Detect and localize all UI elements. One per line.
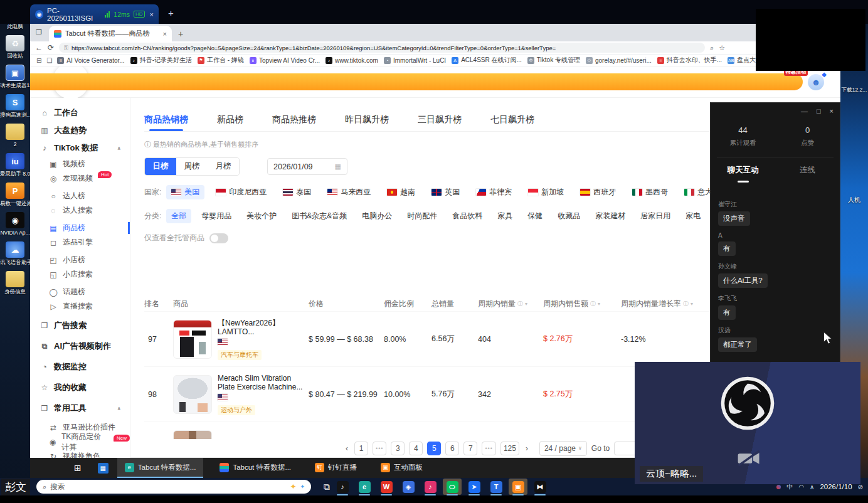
category-filter[interactable]: 家电 xyxy=(680,209,706,223)
desktop-icon[interactable]: P 易数一键还原 xyxy=(0,183,30,206)
page-button[interactable]: 125 xyxy=(500,442,519,455)
page-size-select[interactable]: 24 / page∨ xyxy=(539,441,587,456)
taskbar-app[interactable]: ⬭ xyxy=(443,479,462,495)
taskbar-app[interactable]: e xyxy=(355,479,374,495)
table-header-cell[interactable]: 总销量 xyxy=(431,299,478,309)
country-filter[interactable]: 马来西亚 xyxy=(322,185,376,199)
category-filter[interactable]: 时尚配件 xyxy=(402,209,442,223)
taskbar-app[interactable]: ➤ xyxy=(465,479,484,495)
country-filter[interactable]: 越南 xyxy=(382,185,420,199)
remote-session-tab[interactable]: ◉ PC-20250113ISGI 12ms HD × xyxy=(30,4,159,24)
table-header-cell[interactable]: 周期内销量增长率 ⓘ ▾ xyxy=(621,299,709,309)
desktop-icon[interactable]: S 搜狗高速浏... xyxy=(0,94,30,118)
bookmark-item[interactable]: II AI Voice Generator... xyxy=(57,57,124,64)
page-button[interactable]: 5 xyxy=(427,442,441,455)
category-filter[interactable]: 全部 xyxy=(166,209,191,223)
sort-caret-icon[interactable]: ▾ xyxy=(691,301,693,307)
prev-page-icon[interactable]: ‹ xyxy=(346,444,348,453)
new-session-icon[interactable]: + xyxy=(168,8,174,18)
wifi-icon[interactable]: ◠ xyxy=(798,484,804,490)
copilot-sparkle-icon[interactable]: ✦ xyxy=(290,482,296,491)
address-bar[interactable]: ⚿ https://www.tabcut.com/zh-CN/ranking/g… xyxy=(59,43,705,53)
page-button[interactable]: 4 xyxy=(409,442,423,455)
chat-tab[interactable]: 聊天互动 xyxy=(711,165,775,183)
sidebar-item[interactable]: ▣ 视频榜 xyxy=(30,157,130,171)
category-filter[interactable]: 居家日用 xyxy=(635,209,675,223)
category-filter[interactable]: 母婴用品 xyxy=(196,209,236,223)
sidebar-item[interactable]: ◎ 发现视频 Hot xyxy=(30,171,130,186)
taskbar-app[interactable]: W xyxy=(377,479,396,495)
ranking-tab[interactable]: 昨日飙升榜 xyxy=(345,114,389,131)
category-filter[interactable]: 家装建材 xyxy=(590,209,630,223)
tray-app-icon[interactable] xyxy=(776,485,781,489)
taskbar-app[interactable]: ◈ xyxy=(399,479,418,495)
table-header-cell[interactable]: 周期内销量 ⓘ ▾ xyxy=(478,299,543,309)
start-button-icon[interactable]: ⊞ xyxy=(74,463,82,473)
calculator-icon[interactable]: ▦ xyxy=(98,463,109,474)
sidebar-item[interactable]: ◱ 小店搜索 xyxy=(30,267,130,282)
taskbar-app[interactable]: T xyxy=(487,479,505,495)
managed-only-toggle[interactable] xyxy=(209,233,228,243)
table-header-cell[interactable]: 价格 xyxy=(309,299,384,309)
country-filter[interactable]: 西班牙 xyxy=(575,185,621,199)
minimize-icon[interactable]: — xyxy=(801,107,808,115)
sidebar-item[interactable]: ☆ 我的收藏 xyxy=(30,379,130,396)
bookmarks-folder-icon[interactable]: ❏ xyxy=(46,57,52,64)
category-filter[interactable]: 食品饮料 xyxy=(447,209,487,223)
table-header-cell[interactable]: 佣金比例 xyxy=(384,299,431,309)
volume-muted-icon[interactable]: ⊘ xyxy=(858,484,863,490)
ranking-tab[interactable]: 七日飙升榜 xyxy=(490,114,534,131)
sort-caret-icon[interactable]: ▾ xyxy=(598,301,600,307)
period-option[interactable]: 周榜 xyxy=(176,158,208,175)
category-filter[interactable]: 电脑办公 xyxy=(357,209,397,223)
desktop-icon[interactable]: ▣ 话术生成器12.0版 xyxy=(0,65,30,88)
bookmark-item[interactable]: ⊕ Tiktok 专线管理 xyxy=(527,56,580,65)
country-filter[interactable]: 美国 xyxy=(166,185,204,199)
ranking-tab[interactable]: 新品榜 xyxy=(217,114,243,131)
country-filter[interactable]: 印度尼西亚 xyxy=(211,185,272,199)
category-filter[interactable]: 收藏品 xyxy=(553,209,585,223)
taskbar-app[interactable]: Tabcut 特看数据... xyxy=(212,458,299,478)
bookmark-item[interactable]: ♪ 抖音-记录美好生活 xyxy=(130,56,192,65)
sidebar-item[interactable]: ◉ TK商品定价计算 New xyxy=(30,435,130,449)
country-filter[interactable]: 菲律宾 xyxy=(471,185,517,199)
sidebar-item[interactable]: ◌ 达人搜索 xyxy=(30,203,130,218)
maximize-icon[interactable]: □ xyxy=(817,107,821,115)
taskbar-app[interactable]: ♪ xyxy=(421,479,440,495)
back-icon[interactable]: ← xyxy=(35,43,43,52)
desktop-icon[interactable]: 2 xyxy=(0,124,30,147)
close-session-icon[interactable]: × xyxy=(150,11,154,18)
desktop-icon[interactable]: iu 爱思助手 8.0(64位) xyxy=(0,153,30,177)
table-header-cell[interactable]: 排名 xyxy=(144,299,173,309)
sidebar-item[interactable]: ❒ 常用工具 ∧ xyxy=(30,400,130,417)
browser-tab[interactable]: Tabcut 特看数据——商品榜 × xyxy=(49,26,172,41)
product-title[interactable]: Merach Slim Vibration Plate Exercise Mac… xyxy=(218,374,307,391)
taskbar-app[interactable]: ▣ 互动面板 xyxy=(373,458,430,478)
country-filter[interactable]: 英国 xyxy=(426,185,465,199)
bookmark-star-icon[interactable]: ☆ xyxy=(719,44,725,52)
page-button[interactable]: 1 xyxy=(354,442,368,455)
page-button[interactable]: ••• xyxy=(373,442,386,455)
table-header-cell[interactable]: 商品 xyxy=(173,299,309,309)
desktop-icon[interactable]: ◉ NVIDIA Ap... xyxy=(0,212,30,236)
sidebar-item[interactable]: ▤ 商品榜 xyxy=(30,221,130,235)
sidebar-item[interactable]: ◔ 数据监控 xyxy=(30,358,130,376)
sidebar-item[interactable]: ◻ 选品引擎 xyxy=(30,235,130,250)
desktop-icon[interactable]: ♻ 回收站 xyxy=(0,35,30,59)
reload-icon[interactable]: ⟳ xyxy=(48,43,54,52)
page-button[interactable]: 7 xyxy=(463,442,477,455)
close-icon[interactable]: × xyxy=(830,107,834,115)
taskbar-app[interactable]: 钉 钉钉直播 xyxy=(307,458,364,478)
ranking-tab[interactable]: 商品热销榜 xyxy=(144,114,188,131)
sidebar-item[interactable]: ❐ 广告搜索 xyxy=(30,317,130,334)
page-button[interactable]: ••• xyxy=(482,442,495,455)
reading-list-icon[interactable]: ⊟ xyxy=(36,57,41,64)
table-header-cell[interactable]: 周期内销售额 ⓘ ▾ xyxy=(543,299,621,309)
category-filter[interactable]: 图书&杂志&音频 xyxy=(287,209,352,223)
country-filter[interactable]: 新加坡 xyxy=(523,185,569,199)
bookmark-item[interactable]: ≡ 抖音去水印、快手... xyxy=(657,56,722,65)
taskbar-app[interactable]: ⧓ xyxy=(531,479,549,495)
window-restore-icon[interactable]: ❐ xyxy=(36,28,42,36)
table-row[interactable]: 98 Merach Slim Vibration Plate Exercise … xyxy=(144,366,709,421)
tab-close-icon[interactable]: × xyxy=(163,30,167,38)
